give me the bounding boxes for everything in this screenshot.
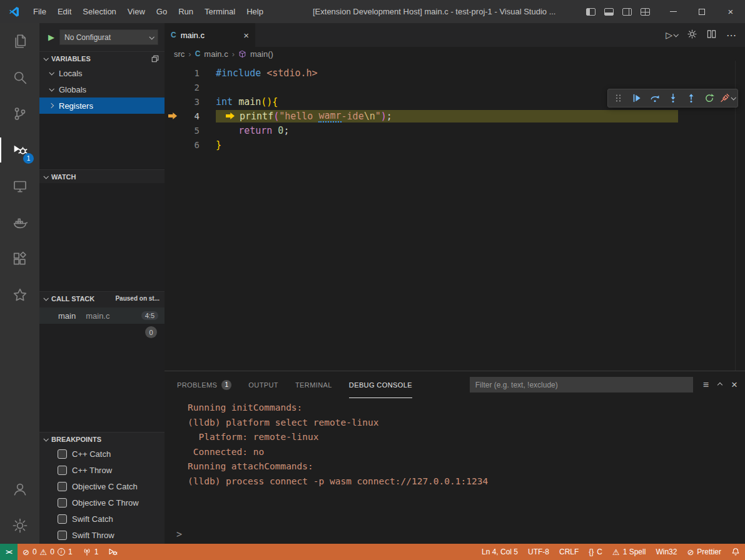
menu-help[interactable]: Help bbox=[241, 0, 269, 23]
stack-frame-row[interactable]: main main.c 4:5 bbox=[39, 308, 165, 324]
sidebar-item-run-and-debug[interactable]: 1 bbox=[0, 132, 39, 168]
accounts-button[interactable] bbox=[0, 471, 39, 508]
code-line[interactable]: 6} bbox=[165, 138, 745, 152]
breakpoint-label: C++ Throw bbox=[72, 466, 112, 475]
breakpoint-row[interactable]: Swift Throw bbox=[39, 527, 165, 543]
problems-count-badge: 1 bbox=[221, 380, 231, 390]
code-editor[interactable]: 1#include <stdio.h>23int main(){4printf(… bbox=[165, 61, 745, 371]
sidebar-item-remote-explorer[interactable] bbox=[0, 168, 39, 204]
language-mode[interactable]: {} C bbox=[584, 544, 607, 560]
toolbar-drag-handle[interactable] bbox=[609, 89, 627, 107]
step-over-icon bbox=[650, 93, 660, 103]
minimize-button[interactable] bbox=[659, 0, 687, 23]
breakpoint-checkbox[interactable] bbox=[58, 482, 67, 491]
breadcrumb-symbol[interactable]: main() bbox=[250, 49, 273, 59]
ports-status[interactable]: 1 bbox=[78, 544, 104, 560]
panel-tab-output[interactable]: OUTPUT bbox=[248, 371, 278, 398]
step-out-button[interactable] bbox=[682, 89, 700, 107]
panel-tab-debug-console[interactable]: DEBUG CONSOLE bbox=[349, 371, 412, 398]
continue-button[interactable] bbox=[627, 89, 646, 107]
spell-status[interactable]: ⚠ 1 Spell bbox=[607, 544, 651, 560]
manage-button[interactable] bbox=[0, 508, 39, 544]
breakpoint-row[interactable]: C++ Catch bbox=[39, 446, 165, 462]
notifications-button[interactable] bbox=[726, 544, 745, 560]
sidebar-item-favorites[interactable] bbox=[0, 277, 39, 313]
watch-section-header[interactable]: WATCH bbox=[39, 169, 165, 183]
chevron-down-icon bbox=[43, 56, 48, 61]
breakpoints-section-header[interactable]: BREAKPOINTS bbox=[39, 432, 165, 446]
cursor-position[interactable]: Ln 4, Col 5 bbox=[477, 544, 523, 560]
restart-button[interactable] bbox=[700, 89, 718, 107]
maximize-button[interactable] bbox=[687, 0, 716, 23]
breakpoint-checkbox[interactable] bbox=[58, 466, 67, 475]
sidebar-item-docker[interactable] bbox=[0, 204, 39, 241]
eol-indicator[interactable]: CRLF bbox=[554, 544, 584, 560]
breakpoint-checkbox[interactable] bbox=[58, 449, 67, 459]
breakpoint-gutter[interactable] bbox=[165, 112, 181, 119]
editor-settings-button[interactable] bbox=[687, 29, 697, 41]
menu-terminal[interactable]: Terminal bbox=[199, 0, 241, 23]
panel-tab-problems[interactable]: PROBLEMS1 bbox=[177, 371, 231, 398]
remote-indicator[interactable]: >< bbox=[0, 544, 18, 560]
sidebar-item-extensions[interactable] bbox=[0, 241, 39, 277]
disconnect-button[interactable] bbox=[718, 89, 736, 107]
start-debugging-icon[interactable]: ▶ bbox=[48, 32, 54, 42]
variables-item-globals[interactable]: Globals bbox=[39, 81, 165, 98]
code-line[interactable]: 1#include <stdio.h> bbox=[165, 66, 745, 80]
call-stack-section-header[interactable]: CALL STACK Paused on st... bbox=[39, 291, 165, 305]
run-or-debug-button[interactable]: ▷ bbox=[666, 30, 677, 40]
variables-item-locals[interactable]: Locals bbox=[39, 65, 165, 81]
breakpoint-row[interactable]: C++ Throw bbox=[39, 462, 165, 478]
line-text: } bbox=[216, 139, 221, 151]
menu-run[interactable]: Run bbox=[173, 0, 199, 23]
breakpoint-row[interactable]: Objective C Throw bbox=[39, 494, 165, 511]
breakpoint-row[interactable]: Objective C Catch bbox=[39, 478, 165, 494]
panel-tab-label: PROBLEMS bbox=[177, 381, 217, 389]
variables-item-registers[interactable]: Registers bbox=[39, 98, 165, 114]
console-output[interactable]: Running initCommands:(lldb) platform sel… bbox=[165, 398, 745, 544]
breakpoint-checkbox[interactable] bbox=[58, 514, 67, 524]
breakpoint-row[interactable]: Swift Catch bbox=[39, 511, 165, 527]
tab-main-c[interactable]: C main.c × bbox=[165, 23, 255, 47]
breakpoint-checkbox[interactable] bbox=[58, 498, 67, 508]
console-filter-input[interactable] bbox=[470, 377, 693, 392]
sidebar-item-explorer[interactable] bbox=[0, 23, 39, 59]
code-line[interactable]: 4printf("hello wamr-ide\n"); bbox=[165, 109, 745, 123]
menu-go[interactable]: Go bbox=[151, 0, 173, 23]
platform-status[interactable]: Win32 bbox=[651, 544, 682, 560]
menu-view[interactable]: View bbox=[122, 0, 151, 23]
sidebar-item-source-control[interactable] bbox=[0, 96, 39, 132]
copy-icon[interactable] bbox=[151, 54, 160, 63]
breakpoint-checkbox[interactable] bbox=[58, 531, 67, 540]
menu-edit[interactable]: Edit bbox=[52, 0, 77, 23]
more-actions-button[interactable]: ⋯ bbox=[726, 29, 736, 41]
step-into-button[interactable] bbox=[664, 89, 682, 107]
prettier-status[interactable]: ⊘ Prettier bbox=[682, 544, 726, 560]
code-line[interactable]: 5 return 0; bbox=[165, 123, 745, 138]
toggle-panel-icon[interactable] bbox=[604, 8, 614, 16]
breadcrumb-file[interactable]: main.c bbox=[204, 49, 228, 59]
chevron-up-icon[interactable] bbox=[717, 382, 722, 387]
encoding-indicator[interactable]: UTF-8 bbox=[523, 544, 554, 560]
launch-configuration-dropdown[interactable]: No Configurat bbox=[59, 29, 158, 45]
customize-layout-icon[interactable] bbox=[641, 8, 650, 16]
panel-tab-terminal[interactable]: TERMINAL bbox=[295, 371, 332, 398]
close-window-button[interactable]: × bbox=[716, 0, 745, 23]
split-editor-button[interactable] bbox=[707, 29, 716, 41]
code-token: main bbox=[238, 96, 261, 108]
toggle-secondary-sidebar-icon[interactable] bbox=[622, 8, 632, 16]
console-line: (lldb) platform select remote-linux bbox=[188, 416, 745, 431]
console-input-prompt[interactable]: > bbox=[176, 529, 182, 540]
menu-file[interactable]: File bbox=[28, 0, 52, 23]
menu-lines-icon[interactable]: ≡ bbox=[703, 380, 709, 390]
close-panel-icon[interactable]: × bbox=[731, 379, 737, 390]
variables-section-header[interactable]: VARIABLES bbox=[39, 51, 165, 65]
close-tab-icon[interactable]: × bbox=[243, 31, 249, 40]
menu-selection[interactable]: Selection bbox=[77, 0, 121, 23]
debug-status[interactable] bbox=[103, 544, 123, 560]
problems-status[interactable]: ⊘ 0 ⚠ 0 i 1 bbox=[18, 544, 78, 560]
step-over-button[interactable] bbox=[646, 89, 664, 107]
toggle-primary-sidebar-icon[interactable] bbox=[586, 8, 595, 16]
sidebar-item-search[interactable] bbox=[0, 59, 39, 96]
breadcrumb-folder[interactable]: src bbox=[174, 49, 185, 59]
